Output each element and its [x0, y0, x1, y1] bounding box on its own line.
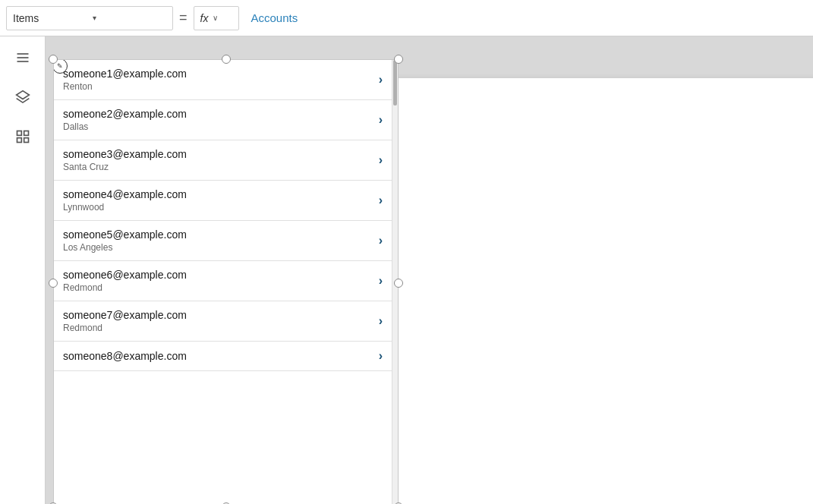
list-item-content: someone1@example.com Renton	[63, 68, 373, 92]
list-component: ✎ someone1@example.com Renton › someone2…	[53, 59, 399, 504]
list-item[interactable]: someone4@example.com Lynnwood ›	[54, 181, 392, 221]
list-item-city: Dallas	[63, 121, 373, 132]
svg-rect-4	[17, 131, 21, 136]
list-item-city: Redmond	[63, 323, 373, 333]
list-item-email: someone6@example.com	[63, 269, 373, 281]
fx-label: fx	[200, 12, 209, 24]
fx-chevron-icon: ∨	[213, 14, 218, 22]
svg-rect-6	[17, 138, 21, 143]
list-item-content: someone2@example.com Dallas	[63, 108, 373, 132]
equals-symbol: =	[179, 10, 187, 26]
dropdown-chevron-icon: ▾	[93, 14, 166, 22]
handle-top-center[interactable]	[222, 55, 231, 64]
list-item-email: someone2@example.com	[63, 108, 373, 120]
list-item[interactable]: ✎ someone1@example.com Renton ›	[54, 60, 392, 100]
list-item-chevron-icon: ›	[379, 274, 383, 288]
list-item-content: someone8@example.com	[63, 350, 373, 362]
list-items: ✎ someone1@example.com Renton › someone2…	[54, 60, 392, 371]
list-item-chevron-icon: ›	[379, 73, 383, 87]
list-item-content: someone7@example.com Redmond	[63, 309, 373, 333]
handle-middle-left[interactable]	[49, 279, 58, 288]
scrollbar-thumb[interactable]	[393, 60, 397, 106]
list-item[interactable]: someone6@example.com Redmond ›	[54, 261, 392, 301]
list-item-city: Los Angeles	[63, 242, 373, 253]
list-item-email: someone5@example.com	[63, 228, 373, 241]
list-item-chevron-icon: ›	[379, 234, 383, 247]
list-item-chevron-icon: ›	[379, 194, 383, 207]
list-item-city: Redmond	[63, 282, 373, 293]
list-item-email: someone1@example.com	[63, 68, 373, 80]
handle-top-right[interactable]	[394, 55, 403, 64]
toolbar: Items ▾ = fx ∨ Accounts	[0, 0, 813, 36]
layers-icon[interactable]	[11, 85, 35, 109]
list-item[interactable]: someone8@example.com ›	[54, 342, 392, 371]
svg-rect-7	[24, 138, 28, 143]
list-item[interactable]: someone5@example.com Los Angeles ›	[54, 221, 392, 261]
items-dropdown[interactable]: Items ▾	[6, 6, 173, 30]
handle-middle-right[interactable]	[394, 279, 403, 288]
list-item-city: Renton	[63, 81, 373, 92]
svg-marker-3	[16, 91, 29, 99]
list-item-content: someone3@example.com Santa Cruz	[63, 148, 373, 172]
list-item-email: someone3@example.com	[63, 148, 373, 160]
accounts-link[interactable]: Accounts	[251, 11, 298, 24]
grid-icon[interactable]	[11, 124, 35, 149]
list-item-chevron-icon: ›	[379, 314, 383, 328]
list-item-content: someone5@example.com Los Angeles	[63, 228, 373, 253]
component-wrapper: ✎ someone1@example.com Renton › someone2…	[53, 59, 399, 504]
list-item-email: someone7@example.com	[63, 309, 373, 321]
list-item-chevron-icon: ›	[379, 349, 383, 363]
list-item[interactable]: someone3@example.com Santa Cruz ›	[54, 140, 392, 181]
list-item-content: someone4@example.com Lynnwood	[63, 188, 373, 213]
handle-top-left[interactable]	[49, 55, 58, 64]
list-item-chevron-icon: ›	[379, 113, 383, 127]
list-item-city: Lynnwood	[63, 202, 373, 213]
list-item-email: someone4@example.com	[63, 188, 373, 200]
main-area: ✎ someone1@example.com Renton › someone2…	[0, 36, 813, 504]
list-item-content: someone6@example.com Redmond	[63, 269, 373, 293]
list-item-city: Santa Cruz	[63, 162, 373, 172]
list-item[interactable]: someone7@example.com Redmond ›	[54, 301, 392, 342]
hamburger-menu-icon[interactable]	[11, 46, 35, 70]
svg-rect-5	[24, 131, 28, 136]
dropdown-label: Items	[13, 12, 87, 24]
list-item-chevron-icon: ›	[379, 153, 383, 167]
list-item-email: someone8@example.com	[63, 350, 373, 362]
list-item[interactable]: someone2@example.com Dallas ›	[54, 100, 392, 140]
canvas-area: ✎ someone1@example.com Renton › someone2…	[46, 36, 813, 504]
sidebar	[0, 36, 46, 504]
fx-button[interactable]: fx ∨	[194, 6, 239, 30]
